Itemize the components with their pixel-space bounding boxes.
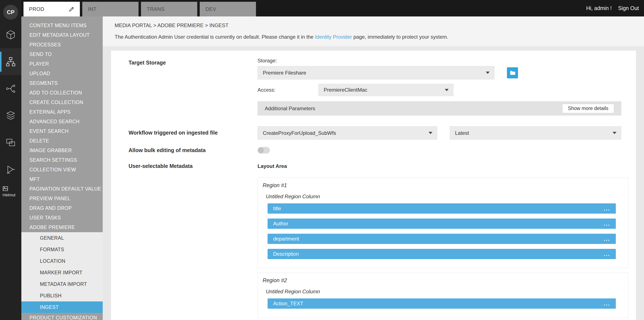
dropdown-arrow-icon [486,72,490,74]
sidebar-item-adobe-premiere[interactable]: ADOBE PREMIERE [21,223,103,232]
sidebar-item-segments[interactable]: SEGMENTS [21,78,103,88]
sidebar-subitem-formats[interactable]: FORMATS [21,244,103,255]
field-menu-icon[interactable]: ... [604,221,610,226]
metadata-field-label: title [273,205,281,211]
workflow-version-value: Latest [455,130,469,136]
rail-item-collections[interactable] [0,102,21,129]
tab-trans[interactable]: TRANS [141,2,197,17]
sidebar-item-upload[interactable]: UPLOAD [21,69,103,78]
sidebar-subitem-marker-import[interactable]: MARKER IMPORT [21,267,103,278]
workflow-select[interactable]: CreateProxyForUpload_SubWfs [258,126,437,140]
broken-image-placeholder: Helmut [0,186,21,197]
metadata-label: User-selectable Metadata [128,163,258,320]
sidebar-item-player[interactable]: PLAYER [21,59,103,69]
metadata-field-description[interactable]: Description ... [268,249,616,259]
breadcrumb: MEDIA PORTAL > ADOBE PREMIERE > INGEST [115,23,636,29]
sidebar-item-advanced-search[interactable]: ADVANCED SEARCH [21,117,103,126]
layers-icon [6,110,16,121]
workflow-row: Workflow triggered on ingested file Crea… [128,126,636,140]
rail-item-processes[interactable] [0,75,21,102]
metadata-field-label: department [273,236,299,242]
metadata-field-label: Description [273,251,299,257]
sidebar-item-edit-metadata-layout[interactable]: EDIT METADATA LAYOUT [21,30,103,40]
sidebar-subitem-ingest[interactable]: INGEST [21,301,103,313]
environment-tabs: PROD INT TRANS DEV [24,2,256,17]
region-1-title: Region #1 [263,182,628,188]
sidebar-subitem-location[interactable]: LOCATION [21,255,103,267]
sidebar-item-external-apps[interactable]: EXTERNAL APPS [21,107,103,117]
tab-prod-label: PROD [29,6,44,12]
identity-provider-link[interactable]: Identity Provider [315,34,352,40]
workflow-icon [6,57,16,67]
rail-item-assets[interactable] [0,21,21,48]
field-menu-icon[interactable]: ... [604,206,610,211]
bulk-edit-row: Allow bulk editing of metadata [128,147,636,154]
sidebar-item-add-to-collection[interactable]: ADD TO COLLECTION [21,88,103,98]
rail-item-player[interactable] [0,156,21,183]
storage-select-value: Premiere Fileshare [263,70,306,76]
ingest-settings-card: Target Storage Storage: Premiere Filesha… [111,51,636,320]
sidebar-item-send-to[interactable]: SEND TO [21,50,103,59]
layout-area-label: Layout Area [258,163,628,169]
sidebar-item-image-grabber[interactable]: IMAGE GRABBER [21,146,103,155]
field-menu-icon[interactable]: ... [604,252,610,256]
storage-label: Storage: [258,58,621,64]
rail-item-media[interactable] [0,129,21,156]
warning-text-pre: The Authentication Admin User credential… [115,34,315,40]
metadata-field-action-text[interactable]: Action_TEXT ... [268,298,616,309]
sidebar-item-search-settings[interactable]: SEARCH SETTINGS [21,155,103,165]
dropdown-arrow-icon [428,132,432,134]
access-select[interactable]: PremiereClientMac [318,84,454,96]
sidebar-item-user-tasks[interactable]: USER TASKS [21,213,103,223]
workflow-version-select[interactable]: Latest [450,126,621,140]
pencil-icon [69,7,74,12]
metadata-field-label: Action_TEXT [273,300,303,306]
tab-prod[interactable]: PROD [24,2,80,17]
sidebar-item-context-menu-items[interactable]: CONTEXT MENU ITEMS [21,21,103,30]
metadata-row: User-selectable Metadata Layout Area Reg… [128,163,636,320]
sidebar-item-preview-panel[interactable]: PREVIEW PANEL [21,194,103,203]
show-more-details-button[interactable]: Show more details [562,104,614,113]
sidebar-item-pagination-default-value[interactable]: PAGINATION DEFAULT VALUE [21,184,103,194]
app-logo: CP [3,5,18,20]
tab-dev[interactable]: DEV [200,2,256,17]
sign-out-link[interactable]: Sign Out [618,5,639,11]
metadata-field-title[interactable]: title ... [268,203,616,214]
sidebar-subitem-metadata-import[interactable]: METADATA IMPORT [21,278,103,290]
dropdown-arrow-icon [445,89,448,91]
settings-sidebar: CONTEXT MENU ITEMS EDIT METADATA LAYOUT … [21,17,103,320]
sidebar-item-collection-view[interactable]: COLLECTION VIEW [21,165,103,175]
broken-image-icon [2,186,8,191]
flow-branch-icon [6,84,16,94]
browse-storage-button[interactable] [507,67,518,78]
access-select-value: PremiereClientMac [324,87,367,93]
top-bar: PROD INT TRANS DEV Hi, admin ! Sign Out [0,0,644,17]
media-frames-icon [6,137,16,148]
metadata-field-author[interactable]: Author ... [268,218,616,229]
sidebar-subitem-general[interactable]: GENERAL [21,232,103,244]
bulk-edit-toggle[interactable] [258,147,270,154]
sidebar-item-processes[interactable]: PROCESSES [21,40,103,50]
sidebar-item-product-customization[interactable]: PRODUCT CUSTOMIZATION [21,313,103,320]
sidebar-item-event-search[interactable]: EVENT SEARCH [21,126,103,136]
icon-rail: CP Helmut [0,0,21,320]
sidebar-item-mft[interactable]: MFT [21,175,103,184]
cube-icon [6,30,16,40]
metadata-field-department[interactable]: department ... [268,234,616,244]
warning-text-post: page, immediately to protect your system… [352,34,448,40]
dropdown-arrow-icon [612,132,616,134]
tab-int[interactable]: INT [82,2,138,17]
additional-parameters-bar: Additional Parameters Show more details [258,101,621,116]
sidebar-item-drag-and-drop[interactable]: DRAG AND DROP [21,203,103,213]
sidebar-subitem-publish[interactable]: PUBLISH [21,290,103,301]
user-greeting: Hi, admin ! [586,5,612,11]
sidebar-item-create-collection[interactable]: CREATE COLLECTION [21,98,103,107]
target-storage-label: Target Storage [128,58,258,116]
storage-select[interactable]: Premiere Fileshare [258,66,494,80]
field-menu-icon[interactable]: ... [604,301,610,306]
field-menu-icon[interactable]: ... [604,237,610,241]
rail-item-workflows[interactable] [0,48,21,75]
sidebar-item-delete[interactable]: DELETE [21,136,103,146]
tab-trans-label: TRANS [147,6,165,12]
play-export-icon [6,164,16,175]
